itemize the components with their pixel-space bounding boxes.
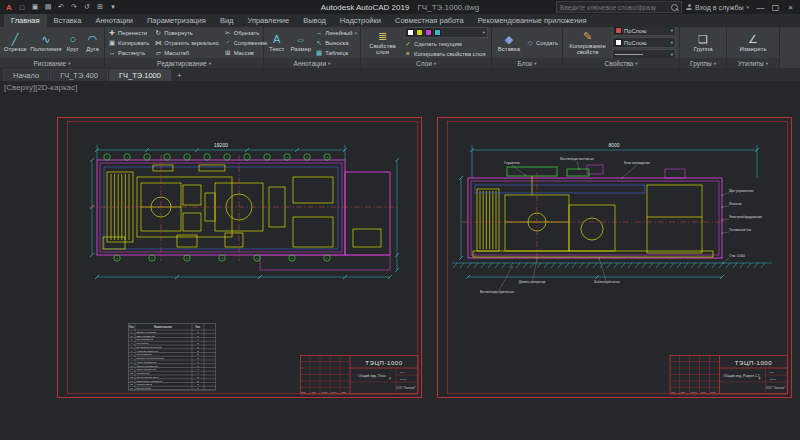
scale-label: Масштаб (164, 50, 189, 56)
panel-label-block[interactable]: Блок ▾ (492, 58, 562, 68)
panel-label-layers[interactable]: Слои ▾ (361, 58, 491, 68)
file-tab-gch-te-1000[interactable]: ГЧ_ТЭ.1000 (109, 69, 171, 81)
make-current-button[interactable]: ✓ Сделать текущим (404, 39, 488, 48)
leader-button[interactable]: ↖ Выноска (315, 38, 357, 47)
spec-row-qty: 2 (197, 350, 199, 353)
ribbon-tab-home[interactable]: Главная (4, 14, 47, 27)
scale-button[interactable]: ▱ Масштаб (154, 48, 219, 57)
layer-color-chip (407, 29, 414, 36)
maximize-button[interactable]: ▢ (768, 1, 783, 14)
drawing-sheet-section[interactable]: 8000 (437, 117, 792, 399)
plot-icon[interactable]: ⊞ (94, 2, 106, 13)
search-icon[interactable] (671, 4, 678, 11)
file-tab-start[interactable]: Начало (3, 69, 49, 81)
model-space-canvas[interactable]: [Сверху][2D-каркас] 19200 (0, 81, 800, 440)
dimension-button[interactable]: ⇔ Размер (289, 28, 312, 58)
ribbon-tab-view[interactable]: Вид (213, 14, 241, 27)
ribbon-tab-manage[interactable]: Управление (240, 14, 296, 27)
ribbon-tab-addins[interactable]: Надстройки (333, 14, 388, 27)
saveas-icon[interactable]: ▤ (42, 2, 54, 13)
autocad-window: A □ ▣ ▤ ↶ ↷ ↺ ⊞ ▾ Autodesk AutoCAD 2019 … (0, 0, 800, 440)
file-tab-gch-te-400[interactable]: ГЧ_ТЭ.400 (50, 69, 108, 81)
circle-button[interactable]: ○ Круг (64, 28, 81, 58)
spec-row-number: 10 (130, 365, 133, 368)
search-input[interactable] (560, 4, 668, 11)
array-button[interactable]: ⊞ Массив (224, 48, 268, 57)
bubble-number: 14 (151, 257, 154, 259)
move-button[interactable]: ✚ Перенести (108, 28, 149, 37)
app-menu-icon[interactable]: A (3, 2, 15, 13)
draw-title: Рисование (33, 60, 66, 67)
machinery-section (452, 167, 772, 268)
utilities-caret-icon: ▾ (766, 61, 768, 66)
fillet-button[interactable]: ◜ Сопряжение (224, 38, 268, 47)
color-dropdown[interactable]: ПоСлою ▾ (612, 27, 676, 36)
panel-label-utilities[interactable]: Утилиты ▾ (727, 58, 779, 68)
spec-row-qty: 2 (197, 346, 199, 349)
line-button[interactable]: ╱ Отрезок (3, 28, 27, 58)
rotate-button[interactable]: ↻ Повернуть (154, 28, 219, 37)
linear-dim-label: Линейный (325, 30, 352, 36)
title-block-column-label: Изм. (671, 391, 676, 393)
properties-caret-icon: ▾ (635, 61, 637, 66)
drawing-sheet-plan[interactable]: 19200 (57, 117, 422, 399)
refresh-icon[interactable]: ↺ (81, 2, 93, 13)
polyline-button[interactable]: ∿ Полилиния (30, 28, 61, 58)
spec-row-name: Насос топливный (137, 361, 157, 364)
ribbon-tab-featured-apps[interactable]: Рекомендованные приложения (471, 14, 594, 27)
layer-dropdown[interactable]: ▾ (404, 27, 488, 38)
bubble-number: 3 (146, 156, 148, 158)
spec-row-qty: 6 (197, 368, 199, 371)
spec-row-qty: 2 (197, 383, 199, 386)
match-properties-button[interactable]: ✎ Копирование свойств (566, 28, 609, 58)
arc-button[interactable]: ◠ Дуга (84, 28, 101, 58)
undo-icon[interactable]: ↶ (55, 2, 67, 13)
mirror-button[interactable]: ⋈ Отразить зеркально (154, 38, 219, 47)
ribbon-tab-output[interactable]: Вывод (296, 14, 333, 27)
ribbon-tab-collaborate[interactable]: Совместная работа (388, 14, 471, 27)
panel-label-draw[interactable]: Рисование ▾ (0, 58, 104, 68)
spec-row-qty: 1 (197, 335, 199, 338)
copy-button[interactable]: ▣ Копировать (108, 38, 149, 47)
layer-properties-button[interactable]: ≣ Свойства слоя (364, 28, 401, 58)
create-block-label: Создать (536, 40, 558, 46)
group-button[interactable]: ❏ Группа (687, 28, 719, 58)
panel-label-annotation[interactable]: Аннотации ▾ (264, 58, 360, 68)
search-box[interactable] (556, 1, 682, 13)
panel-label-properties[interactable]: Свойства ▾ (563, 58, 679, 68)
ribbon-tab-annotate[interactable]: Аннотации (88, 14, 140, 27)
arc-icon: ◠ (88, 33, 98, 46)
trim-button[interactable]: ✂ Обрезать (224, 28, 268, 37)
insert-block-button[interactable]: ◆ Вставка (495, 28, 523, 58)
close-button[interactable]: × (783, 1, 798, 14)
spec-row-number: 9 (131, 361, 133, 364)
measure-button[interactable]: ∠ Измерить (735, 28, 771, 58)
match-layer-button[interactable]: ≡ Копировать свойства слоя (404, 49, 488, 58)
ribbon-tab-insert[interactable]: Вставка (47, 14, 89, 27)
linear-dim-button[interactable]: ⇔ Линейный ▾ (315, 28, 357, 37)
spec-row-qty: 1 (197, 387, 199, 390)
qat-dropdown-icon[interactable]: ▾ (107, 2, 119, 13)
panel-label-groups[interactable]: Группы ▾ (680, 58, 726, 68)
signin-button[interactable]: Вход в службы ▾ (686, 4, 749, 11)
groups-title: Группы (690, 60, 712, 67)
callout-label: Электрооборудование (729, 215, 762, 219)
lineweight-dropdown[interactable]: ПоСлою ▾ (612, 37, 676, 48)
stretch-button[interactable]: ↔ Растянуть (108, 48, 149, 57)
save-icon[interactable]: ▣ (29, 2, 41, 13)
panel-label-modify[interactable]: Редактирование ▾ (105, 58, 263, 68)
new-drawing-tab-button[interactable]: + (172, 71, 187, 81)
new-file-icon[interactable]: □ (16, 2, 28, 13)
callout-label: Топливный бак (729, 228, 752, 232)
spec-row-name: Выключатель (137, 387, 153, 390)
create-block-button[interactable]: ◇ Создать (526, 38, 558, 47)
viewport-controls-label[interactable]: [Сверху][2D-каркас] (4, 83, 77, 92)
table-button[interactable]: ▦ Таблица (315, 48, 357, 57)
callout-label: Блок охлаждения (624, 161, 650, 165)
ribbon-tab-parametric[interactable]: Параметризация (140, 14, 213, 27)
text-button[interactable]: A Текст (267, 28, 286, 58)
bubble-number: 18 (291, 257, 294, 259)
redo-icon[interactable]: ↷ (68, 2, 80, 13)
trim-icon: ✂ (224, 29, 232, 37)
minimize-button[interactable]: — (753, 1, 768, 14)
